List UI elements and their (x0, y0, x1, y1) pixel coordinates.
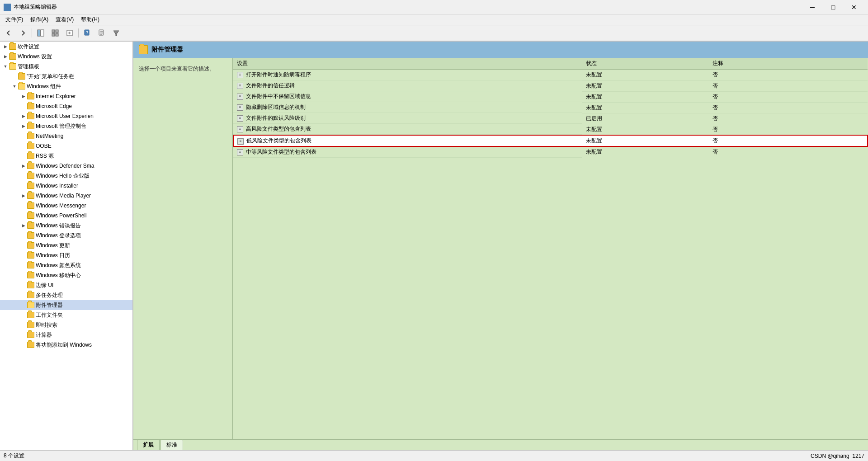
table-row[interactable]: ≡文件附件的默认风险级别已启用否 (233, 113, 868, 124)
close-button[interactable]: ✕ (844, 0, 864, 14)
back-button[interactable] (2, 27, 15, 39)
folder-icon-calculator (27, 332, 34, 338)
export-button[interactable] (63, 27, 76, 39)
tree-item-workfolder[interactable]: 工作文件夹 (0, 310, 132, 320)
tree-item-werror[interactable]: ▶ Windows 错误报告 (0, 221, 132, 230)
tab-expand[interactable]: 扩展 (137, 439, 160, 450)
properties-button[interactable] (95, 27, 108, 39)
tree-item-edge[interactable]: Microsoft Edge (0, 101, 132, 111)
table-row[interactable]: ≡文件附件中不保留区域信息未配置否 (233, 91, 868, 102)
folder-icon-windows-settings (9, 53, 16, 60)
settings-area[interactable]: 设置 状态 注释 ≡打开附件时通知防病毒程序未配置否≡文件附件的信任逻辑未配置否… (233, 58, 868, 439)
tree-item-admin[interactable]: ▼ 管理模板 (0, 61, 132, 71)
cell-notes: 否 (709, 91, 868, 102)
tree-label-ie: Internet Explorer (36, 93, 76, 99)
setting-icon: ≡ (237, 115, 243, 122)
tree-label-winstaller: Windows Installer (36, 183, 78, 189)
tree-item-instantsearch[interactable]: 即时搜索 (0, 320, 132, 330)
cell-status: 未配置 (582, 135, 709, 146)
cell-notes: 否 (709, 102, 868, 113)
expand-icon-mgmt[interactable]: ▶ (20, 122, 27, 130)
tree-item-attachment[interactable]: 附件管理器 (0, 300, 132, 310)
description-text: 选择一个项目来查看它的描述。 (139, 66, 215, 72)
tree-item-edgeui[interactable]: 边缘 UI (0, 280, 132, 290)
table-row[interactable]: ≡中等风险文件类型的包含列表未配置否 (233, 146, 868, 158)
icon-view-button[interactable] (48, 27, 62, 39)
cell-notes: 否 (709, 80, 868, 91)
menu-bar: 文件(F) 操作(A) 查看(V) 帮助(H) (0, 14, 868, 25)
tree-item-wcolor[interactable]: Windows 颜色系统 (0, 260, 132, 270)
tree-item-mgmt[interactable]: ▶ Microsoft 管理控制台 (0, 121, 132, 131)
forward-button[interactable] (16, 27, 30, 39)
tab-standard[interactable]: 标准 (160, 439, 183, 450)
tree-item-mux[interactable]: ▶ Microsoft User Experien (0, 111, 132, 121)
tree-item-software[interactable]: ▶ 软件设置 (0, 42, 132, 52)
title-bar-left: 本地组策略编辑器 (4, 3, 57, 11)
minimize-button[interactable]: ─ (802, 0, 823, 14)
tree-item-addfeature[interactable]: 将功能添加到 Windows (0, 340, 132, 350)
filter-button[interactable] (109, 27, 123, 39)
right-header: 附件管理器 (133, 42, 868, 58)
table-row[interactable]: ≡低风险文件类型的包含列表未配置否 (233, 135, 868, 146)
tree-item-wmplayer[interactable]: ▶ Windows Media Player (0, 191, 132, 201)
expand-icon-wd[interactable]: ▶ (20, 162, 27, 169)
title-bar: 本地组策略编辑器 ─ □ ✕ (0, 0, 868, 14)
expand-icon-ie[interactable]: ▶ (20, 93, 27, 100)
tree-item-wd[interactable]: ▶ Windows Defender Sma (0, 161, 132, 171)
table-row[interactable]: ≡文件附件的信任逻辑未配置否 (233, 80, 868, 91)
tree-item-oobe[interactable]: OOBE (0, 141, 132, 151)
tree-item-multitask[interactable]: 多任务处理 (0, 290, 132, 300)
setting-label: 隐藏删除区域信息的机制 (246, 103, 306, 111)
cell-setting: ≡打开附件时通知防病毒程序 (233, 70, 582, 80)
expand-icon-wincomponents[interactable]: ▼ (11, 83, 18, 90)
folder-icon-workfolder (27, 312, 34, 318)
expand-icon-windows-settings[interactable]: ▶ (2, 53, 9, 60)
tree-item-wcalendar[interactable]: Windows 日历 (0, 250, 132, 260)
tree-item-ie[interactable]: ▶ Internet Explorer (0, 91, 132, 101)
tree-scroll-area[interactable]: ▶ 软件设置 ▶ Windows 设置 ▼ 管理模板 ▶ "开始"菜单和任务栏 (0, 42, 132, 450)
menu-help[interactable]: 帮助(H) (77, 15, 103, 24)
cell-status: 未配置 (582, 91, 709, 102)
tree-label-wmobile: Windows 移动中心 (36, 272, 81, 279)
menu-action[interactable]: 操作(A) (27, 15, 52, 24)
table-row[interactable]: ≡隐藏删除区域信息的机制未配置否 (233, 102, 868, 113)
tree-panel: ▶ 软件设置 ▶ Windows 设置 ▼ 管理模板 ▶ "开始"菜单和任务栏 (0, 42, 133, 450)
tree-item-calculator[interactable]: 计算器 (0, 330, 132, 340)
show-hide-button[interactable] (34, 27, 47, 39)
tree-item-wlogin[interactable]: Windows 登录选项 (0, 230, 132, 240)
tree-item-rss[interactable]: RSS 源 (0, 151, 132, 161)
tree-label-startmenu: "开始"菜单和任务栏 (27, 73, 74, 80)
cell-notes: 否 (709, 70, 868, 81)
setting-icon: ≡ (237, 104, 243, 111)
tree-item-windows-settings[interactable]: ▶ Windows 设置 (0, 52, 132, 61)
maximize-button[interactable]: □ (823, 0, 844, 14)
folder-icon-wmessenger (27, 202, 34, 209)
tree-item-whello[interactable]: Windows Hello 企业版 (0, 171, 132, 181)
title-text: 本地组策略编辑器 (14, 3, 57, 11)
tree-item-wmessenger[interactable]: Windows Messenger (0, 201, 132, 211)
table-row[interactable]: ≡打开附件时通知防病毒程序未配置否 (233, 70, 868, 81)
setting-icon: ≡ (237, 83, 243, 89)
tree-item-netmeeting[interactable]: NetMeeting (0, 131, 132, 141)
tree-item-startmenu[interactable]: ▶ "开始"菜单和任务栏 (0, 71, 132, 81)
svg-rect-5 (56, 33, 58, 36)
tree-item-wmobile[interactable]: Windows 移动中心 (0, 270, 132, 280)
cell-setting: ≡低风险文件类型的包含列表 (233, 135, 582, 146)
folder-icon-wcalendar (27, 252, 34, 259)
table-row[interactable]: ≡高风险文件类型的包含列表未配置否 (233, 124, 868, 135)
expand-icon-software[interactable]: ▶ (2, 43, 9, 50)
cell-notes: 否 (709, 146, 868, 158)
tree-label-multitask: 多任务处理 (36, 292, 63, 299)
tree-item-wupdate[interactable]: Windows 更新 (0, 240, 132, 250)
menu-file[interactable]: 文件(F) (2, 15, 27, 24)
help-button[interactable]: ? (80, 27, 94, 39)
menu-view[interactable]: 查看(V) (52, 15, 77, 24)
tree-item-winstaller[interactable]: Windows Installer (0, 181, 132, 191)
expand-icon-mux[interactable]: ▶ (20, 113, 27, 120)
tree-item-wpowershell[interactable]: Windows PowerShell (0, 211, 132, 221)
expand-icon-wmplayer[interactable]: ▶ (20, 192, 27, 199)
expand-icon-admin[interactable]: ▼ (2, 63, 9, 70)
expand-icon-werror[interactable]: ▶ (20, 222, 27, 229)
svg-text:?: ? (86, 30, 89, 35)
tree-item-wincomponents[interactable]: ▼ Windows 组件 (0, 81, 132, 91)
